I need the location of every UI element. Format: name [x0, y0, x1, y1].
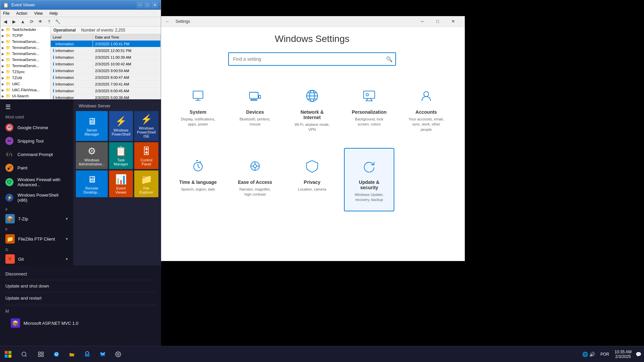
close-button[interactable]: ✕	[151, 2, 158, 8]
update-restart-item[interactable]: Update and restart	[5, 292, 156, 304]
tree-ui-search[interactable]: ▶📁 UI-Search	[0, 93, 50, 99]
table-row[interactable]: ℹ Information2/3/2025 1:00:41 PM	[51, 41, 161, 47]
app-git[interactable]: ⑂ Git ▾	[0, 252, 73, 265]
taskbar-folder-icon[interactable]	[64, 347, 79, 362]
event-viewer-tree[interactable]: ▶📁 TaskScheduler ▶📁 TCPIP ▶📁 TerminalSer…	[0, 27, 51, 104]
settings-tile-devices[interactable]: Devices Bluetooth, printers, mouse	[230, 78, 280, 141]
maximize-button[interactable]: □	[144, 2, 151, 8]
action-menu[interactable]: Action	[15, 10, 29, 16]
app-item-ps86[interactable]: ⚡ Windows PowerShell (x86)	[0, 190, 73, 205]
settings-minimize-button[interactable]: ─	[414, 16, 430, 27]
search-button[interactable]	[16, 346, 32, 362]
tile-server-manager[interactable]: 🖥 Server Manager	[76, 111, 107, 141]
start-menu-top: ☰ Most used Google Chrome ✂ Snipping Too…	[0, 99, 161, 265]
tile-admin-tools[interactable]: ⚙ Windows Administrative...	[76, 142, 107, 169]
network-tray-icon[interactable]: 🌐	[582, 352, 588, 357]
taskbar-store-icon[interactable]	[80, 347, 95, 362]
settings-tile-ease[interactable]: Ease of Access Narrator, magnifier, high…	[230, 148, 280, 211]
app-item-cmd[interactable]: C:\ Command Prompt	[0, 148, 73, 161]
tile-file-explorer[interactable]: 📁 File Explorer	[134, 170, 158, 197]
tile-remote-desktop[interactable]: 🖥 Remote Desktop...	[76, 170, 107, 197]
settings-tile-privacy[interactable]: Privacy Location, camera	[287, 148, 337, 211]
tile-admin-tools-label: Windows Administrative...	[79, 158, 105, 166]
tree-terminalservic5[interactable]: ▶📁 TerminalServic...	[0, 63, 50, 69]
file-menu[interactable]: File	[2, 10, 11, 16]
tree-tcpip[interactable]: ▶📁 TCPIP	[0, 33, 50, 39]
datetime-column-header: Date and Time	[93, 34, 161, 41]
taskbar-edge-icon[interactable]	[49, 347, 64, 362]
tile-powershell-ise-label: Windows PowerShell ISE	[137, 126, 156, 138]
table-row[interactable]: ℹ Information2/3/2025 11:00:39 AM	[51, 54, 161, 61]
devices-name: Devices	[246, 109, 264, 115]
help-menu[interactable]: Help	[48, 10, 59, 16]
app-microsoft-aspnet[interactable]: 📦 Microsoft ASP.NET MVC 1.0	[5, 316, 156, 330]
system-tray: 🌐 🔊	[580, 352, 598, 357]
settings-maximize-button[interactable]: □	[430, 16, 445, 27]
app-item-chrome[interactable]: Google Chrome	[0, 121, 73, 134]
tree-terminalservic3[interactable]: ▶📁 TerminalServic...	[0, 51, 50, 57]
svg-point-16	[253, 164, 256, 167]
table-row[interactable]: ℹ Information2/3/2025 7:00:41 AM	[51, 81, 161, 88]
tree-uac-filevirtua[interactable]: ▶📁 UAC-FileVirtua...	[0, 87, 50, 93]
forward-button[interactable]: ▶	[10, 18, 18, 25]
back-button[interactable]: ◀	[2, 18, 9, 25]
clock[interactable]: 10:35 AM 2/3/2025	[612, 350, 634, 359]
table-row[interactable]: ℹ Information2/3/2025 8:00:47 AM	[51, 74, 161, 81]
update-shutdown-item[interactable]: Update and shut down	[5, 280, 156, 292]
tree-tzsync[interactable]: ▶📁 TZSync	[0, 69, 50, 75]
update-desc: Windows Update, recovery, backup	[350, 192, 388, 203]
settings-tile-system[interactable]: System Display, notifications, apps, pow…	[173, 78, 223, 141]
taskbar-settings-icon[interactable]	[111, 347, 126, 362]
tree-uac[interactable]: ▶📁 UAC	[0, 81, 50, 87]
app-item-snipping[interactable]: ✂ Snipping Tool	[0, 134, 73, 148]
settings-tile-accounts[interactable]: Accounts Your accounts, email, sync, wor…	[401, 78, 451, 141]
hamburger-icon[interactable]: ☰	[5, 103, 11, 111]
settings-search-input[interactable]	[228, 52, 396, 66]
table-row[interactable]: ℹ Information2/3/2025 9:00:59 AM	[51, 67, 161, 74]
tile-control-panel[interactable]: 🎛 Control Panel	[134, 142, 158, 169]
table-row[interactable]: ℹ Information2/3/2025 6:00:45 AM	[51, 88, 161, 94]
volume-tray-icon[interactable]: 🔊	[589, 352, 595, 357]
view-menu[interactable]: View	[33, 10, 44, 16]
minimize-button[interactable]: ─	[137, 2, 143, 8]
tile-powershell-ise[interactable]: ⚡ Windows PowerShell ISE	[134, 111, 158, 141]
start-button[interactable]	[0, 346, 16, 362]
tree-tzutil[interactable]: ▶📁 TZUtil	[0, 75, 50, 81]
svg-rect-24	[8, 351, 11, 354]
table-row[interactable]: ℹ Information2/3/2025 12:00:51 PM	[51, 47, 161, 54]
tile-task-manager[interactable]: 📋 Task Manager	[109, 142, 133, 169]
ease-name: Ease of Access	[238, 179, 272, 185]
tree-terminalservic2[interactable]: ▶📁 TerminalServic...	[0, 45, 50, 51]
settings-tile-personalization[interactable]: Personalization Background, lock screen,…	[344, 78, 394, 141]
settings-close-button[interactable]: ✕	[445, 16, 461, 27]
settings-tile-network[interactable]: Network & Internet Wi-Fi, airplane mode,…	[287, 78, 337, 141]
show-hide-button[interactable]: 👁	[37, 18, 44, 25]
update-name: Update & security	[350, 179, 388, 190]
tile-powershell[interactable]: ⚡ Windows PowerShell	[109, 111, 133, 141]
app-item-paint[interactable]: 🖌 Paint	[0, 161, 73, 174]
tile-event-viewer[interactable]: 📊 Event Viewer	[109, 170, 133, 197]
tree-terminalservic4[interactable]: ▶📁 TerminalServic...	[0, 57, 50, 63]
help-btn[interactable]: ?	[45, 18, 53, 25]
refresh-button[interactable]: ⟳	[28, 18, 35, 25]
taskbar-mail-icon[interactable]	[95, 347, 110, 362]
app-filezilla[interactable]: 📁 FileZilla FTP Client ▾	[0, 232, 73, 246]
info-icon: ℹ	[53, 55, 54, 60]
settings-tile-update[interactable]: Update & security Windows Update, recove…	[344, 148, 394, 211]
properties-button[interactable]: 🔧	[54, 18, 61, 25]
language-indicator[interactable]: POR	[599, 352, 610, 357]
app-item-firewall[interactable]: 🛡 Windows Firewall with Advanced...	[0, 174, 73, 190]
disconnect-item[interactable]: Disconnect	[5, 268, 156, 280]
app-7zip[interactable]: 📦 7-Zip ▾	[0, 212, 73, 225]
personalization-desc: Background, lock screen, colors	[350, 117, 388, 127]
up-button[interactable]: ▲	[19, 18, 27, 25]
tree-terminalservic1[interactable]: ▶📁 TerminalServic...	[0, 39, 50, 45]
event-viewer-titlebar: 📋 Event Viewer ─ □ ✕	[0, 0, 161, 10]
task-view-button[interactable]	[34, 347, 48, 362]
tree-taskscheduler[interactable]: ▶📁 TaskScheduler	[0, 27, 50, 33]
level-cell: ℹ Information	[51, 88, 93, 94]
settings-back-button[interactable]: ←	[163, 17, 171, 25]
notifications-icon[interactable]: 💬	[636, 352, 641, 357]
table-row[interactable]: ℹ Information2/3/2025 10:00:42 AM	[51, 61, 161, 67]
settings-tile-time[interactable]: Time & language Speech, region, date	[173, 148, 223, 211]
